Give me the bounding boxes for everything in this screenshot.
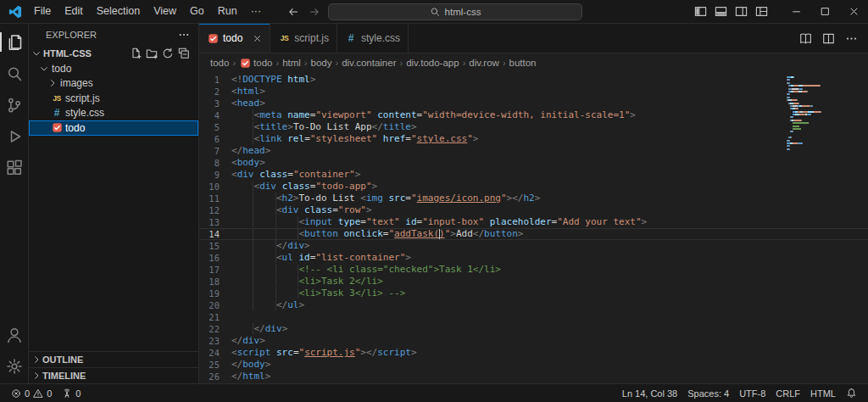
code-line-14[interactable]: 14 <button onclick="addTask()">Add</butt… (199, 228, 868, 240)
tab-style.css[interactable]: #style.css (337, 24, 409, 53)
explorer-more-icon[interactable] (178, 29, 190, 41)
activity-explorer-icon[interactable] (0, 26, 29, 58)
breadcrumb-item-div.row[interactable]: div.row (469, 58, 499, 68)
file-tree-item-todo[interactable]: todo (29, 61, 198, 76)
breadcrumb-item-button[interactable]: button (509, 58, 537, 68)
code-line-19[interactable]: 19 <li>Task 3</li> --> (199, 288, 868, 299)
status-indentation[interactable]: Spaces: 4 (683, 384, 733, 402)
status-eol[interactable]: CRLF (771, 384, 804, 402)
layout-sidebar-icon[interactable] (694, 5, 707, 18)
file-tree-item-script.js[interactable]: JSscript.js (29, 91, 198, 106)
open-preview-icon[interactable] (799, 32, 812, 45)
tab-script.js[interactable]: JSscript.js (270, 24, 337, 53)
section-outline[interactable]: OUTLINE (29, 351, 198, 367)
line-content: </head> (231, 145, 270, 157)
notifications-bell-icon[interactable] (842, 384, 861, 402)
status-label: Ln 14, Col 38 (622, 388, 677, 399)
line-content: <h2>To-do List <img src="images/icon.png… (231, 193, 540, 204)
refresh-icon[interactable] (162, 47, 174, 59)
code-line-10[interactable]: 10 <div class="todo-app"> (199, 181, 868, 193)
command-center-search[interactable]: html-css (328, 3, 582, 20)
status-encoding[interactable]: UTF-8 (735, 384, 770, 402)
code-line-15[interactable]: 15 </div> (199, 240, 868, 252)
menu-more[interactable]: ··· (244, 0, 269, 23)
code-line-5[interactable]: 5 <title>To-Do List App</title> (199, 121, 868, 133)
activity-run-debug-icon[interactable] (0, 120, 29, 152)
ports-indicator[interactable]: 0 (58, 384, 85, 402)
activity-settings-icon[interactable] (0, 350, 29, 382)
workspace-root-folder[interactable]: HTML-CSS (29, 45, 198, 61)
collapse-all-icon[interactable] (178, 47, 190, 59)
code-line-16[interactable]: 16 <ul id="list-container"> (199, 252, 868, 264)
code-line-18[interactable]: 18 <li>Task 2</li> (199, 276, 868, 288)
more-actions-icon[interactable] (845, 32, 858, 45)
line-content: <li>Task 2</li> (231, 276, 383, 288)
code-line-26[interactable]: 26</html> (199, 371, 868, 382)
breadcrumb-separator: › (232, 58, 236, 68)
minimap[interactable] (787, 76, 856, 151)
breadcrumb-item-body[interactable]: body (311, 58, 332, 68)
code-line-8[interactable]: 8<body> (199, 157, 868, 169)
status-cursor-position[interactable]: Ln 14, Col 38 (618, 384, 682, 402)
activity-search-icon[interactable] (0, 58, 29, 89)
minimap-line (787, 97, 856, 98)
code-area[interactable]: 1<!DOCTYPE html>2<html>3<head>4 <meta na… (199, 72, 868, 383)
menu-run[interactable]: Run (211, 0, 244, 23)
explorer-title: EXPLORER (46, 30, 97, 40)
file-tree-label: todo (65, 122, 85, 134)
maximize-button[interactable] (810, 0, 839, 23)
nav-back-icon[interactable] (286, 6, 301, 18)
code-line-11[interactable]: 11 <h2>To-do List <img src="images/icon.… (199, 193, 868, 204)
minimap-line (787, 79, 856, 81)
code-line-17[interactable]: 17 <!-- <li class="checked">Task 1</li> (199, 264, 868, 276)
code-line-9[interactable]: 9<div class="container"> (199, 169, 868, 181)
menu-selection[interactable]: Selection (90, 0, 147, 23)
code-line-1[interactable]: 1<!DOCTYPE html> (199, 74, 868, 86)
file-tree-item-todo[interactable]: todo (29, 120, 198, 136)
file-tree-item-images[interactable]: images (29, 76, 198, 92)
activity-source-control-icon[interactable] (0, 89, 29, 120)
menu-bar: FileEditSelectionViewGoRun··· (27, 0, 268, 23)
breadcrumb-item-html[interactable]: html (282, 58, 301, 68)
code-line-20[interactable]: 20 </ul> (199, 299, 868, 311)
split-editor-icon[interactable] (822, 32, 835, 45)
code-line-12[interactable]: 12 <div class="row"> (199, 204, 868, 216)
new-folder-icon[interactable] (146, 47, 158, 59)
layout-panel-icon[interactable] (715, 5, 727, 18)
breadcrumb-item-div.todo-app[interactable]: div.todo-app (406, 58, 459, 68)
code-line-7[interactable]: 7</head> (199, 145, 868, 157)
problems-indicator[interactable]: 0 0 (7, 384, 56, 402)
minimize-button[interactable] (782, 0, 810, 23)
code-line-4[interactable]: 4 <meta name="viewport" content="width=d… (199, 109, 868, 121)
file-tree-item-style.css[interactable]: #style.css (29, 106, 198, 121)
code-line-21[interactable]: 21 (199, 311, 868, 323)
code-line-13[interactable]: 13 <input type="text" id="input-box" pla… (199, 216, 868, 228)
code-line-24[interactable]: 24<script src="script.js"></script> (199, 347, 868, 359)
code-line-2[interactable]: 2<html> (199, 86, 868, 98)
menu-go[interactable]: Go (183, 0, 211, 23)
code-line-22[interactable]: 22 </div> (199, 323, 868, 335)
tab-close-icon[interactable] (253, 34, 262, 43)
activity-extensions-icon[interactable] (0, 152, 29, 183)
new-file-icon[interactable] (130, 47, 142, 59)
code-line-25[interactable]: 25</body> (199, 359, 868, 371)
nav-forward-icon[interactable] (307, 6, 322, 18)
tab-todo[interactable]: todo (199, 24, 270, 53)
activity-account-icon[interactable] (0, 319, 29, 350)
breadcrumb-item-todo[interactable]: todo (239, 58, 272, 69)
menu-view[interactable]: View (147, 0, 183, 23)
customize-layout-icon[interactable] (755, 5, 768, 18)
code-line-3[interactable]: 3<head> (199, 98, 868, 109)
code-line-23[interactable]: 23</div> (199, 335, 868, 347)
status-language-mode[interactable]: HTML (806, 384, 840, 402)
layout-sidebar-right-icon[interactable] (735, 5, 748, 18)
file-icon-js: JS (51, 94, 63, 103)
breadcrumb-item-div.container[interactable]: div.container (342, 58, 396, 68)
menu-edit[interactable]: Edit (58, 0, 90, 23)
close-button[interactable] (839, 0, 868, 23)
section-timeline[interactable]: TIMELINE (29, 367, 198, 383)
menu-file[interactable]: File (27, 0, 58, 23)
code-line-6[interactable]: 6 <link rel="stylesheet" href="style.css… (199, 133, 868, 145)
breadcrumb-item-todo[interactable]: todo (210, 58, 229, 68)
line-number: 9 (199, 169, 231, 181)
